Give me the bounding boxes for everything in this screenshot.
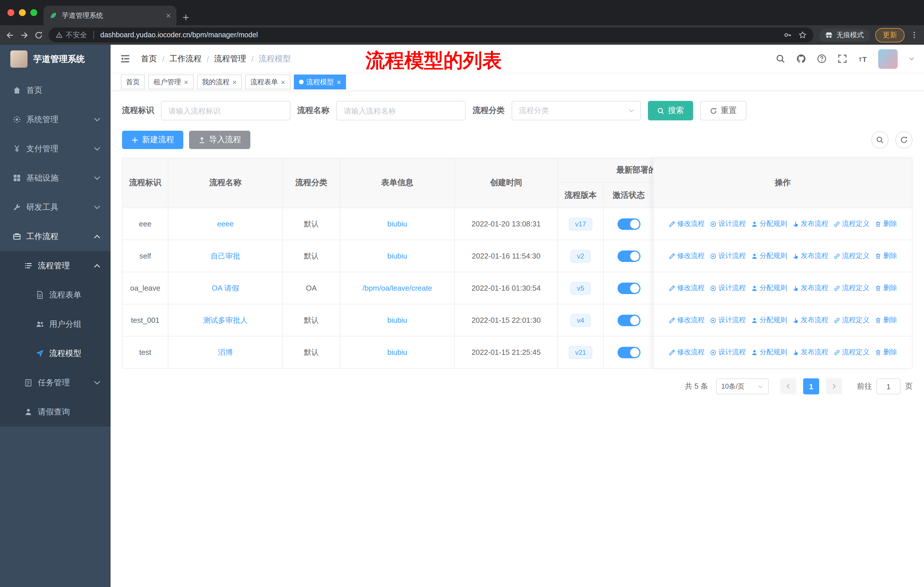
tag-close-icon[interactable]: × [232, 78, 237, 86]
process-category-select[interactable]: 流程分类 [512, 101, 641, 121]
sidebar-item[interactable]: 系统管理 [0, 105, 111, 134]
action-assign-button[interactable]: 分配规则 [751, 283, 787, 293]
sidebar-item[interactable]: 研发工具 [0, 193, 111, 222]
search-button[interactable]: 搜索 [648, 101, 693, 121]
action-link-button[interactable]: 流程定义 [833, 251, 870, 261]
action-design-button[interactable]: 设计流程 [710, 283, 746, 293]
action-delete-button[interactable]: 删除 [875, 315, 897, 325]
action-link-button[interactable]: 流程定义 [833, 283, 870, 293]
tab-tag[interactable]: 流程表单× [245, 74, 290, 89]
process-name-input[interactable] [336, 101, 466, 121]
process-key-input[interactable] [161, 101, 290, 121]
action-edit-button[interactable]: 修改流程 [668, 315, 705, 325]
bookmark-star-icon[interactable] [799, 31, 807, 39]
reload-icon[interactable] [35, 31, 43, 39]
action-link-button[interactable]: 流程定义 [833, 315, 870, 325]
active-toggle[interactable] [617, 218, 640, 230]
action-delete-button[interactable]: 删除 [875, 219, 897, 229]
action-design-button[interactable]: 设计流程 [710, 347, 746, 357]
active-toggle[interactable] [617, 250, 640, 262]
prev-page-button[interactable] [780, 378, 796, 394]
sidebar-item[interactable]: 支付管理 [0, 134, 111, 164]
user-avatar[interactable] [878, 49, 898, 68]
action-publish-button[interactable]: 发布流程 [792, 219, 828, 229]
form-info-link[interactable]: biubiu [387, 251, 407, 260]
browser-menu-icon[interactable] [910, 31, 918, 39]
new-tab-button[interactable] [182, 14, 190, 21]
action-design-button[interactable]: 设计流程 [710, 315, 746, 325]
security-status[interactable]: 不安全 [56, 30, 87, 40]
sidebar-item[interactable]: 基础设施 [0, 164, 111, 193]
refresh-table-button[interactable] [895, 131, 912, 149]
sidebar-item[interactable]: 流程表单 [0, 280, 111, 309]
process-name-link[interactable]: 自己审批 [211, 251, 240, 261]
window-minimize-button[interactable] [19, 9, 26, 16]
active-toggle[interactable] [617, 347, 640, 358]
process-name-link[interactable]: OA 请假 [212, 283, 239, 293]
action-edit-button[interactable]: 修改流程 [668, 347, 705, 357]
github-icon[interactable] [796, 54, 806, 64]
form-info-link[interactable]: biubiu [387, 220, 407, 228]
active-toggle[interactable] [617, 314, 640, 326]
help-icon[interactable] [817, 54, 827, 64]
back-icon[interactable] [6, 31, 14, 39]
current-page-button[interactable]: 1 [803, 378, 819, 394]
action-publish-button[interactable]: 发布流程 [792, 347, 828, 357]
sidebar-item[interactable]: 工作流程 [0, 222, 111, 251]
toggle-search-button[interactable] [871, 131, 888, 149]
action-publish-button[interactable]: 发布流程 [792, 283, 828, 293]
action-publish-button[interactable]: 发布流程 [792, 251, 828, 261]
font-size-icon[interactable]: TT [858, 54, 867, 63]
hamburger-icon[interactable] [120, 53, 130, 64]
key-icon[interactable] [784, 31, 792, 39]
process-name-link[interactable]: 滔博 [218, 347, 233, 357]
import-process-button[interactable]: 导入流程 [189, 131, 250, 149]
update-button[interactable]: 更新 [875, 28, 904, 42]
action-assign-button[interactable]: 分配规则 [751, 347, 787, 357]
create-process-button[interactable]: 新建流程 [122, 131, 183, 149]
action-design-button[interactable]: 设计流程 [710, 219, 746, 229]
fullscreen-icon[interactable] [838, 54, 847, 64]
form-info-link[interactable]: biubiu [387, 348, 407, 357]
action-delete-button[interactable]: 删除 [875, 251, 897, 261]
action-assign-button[interactable]: 分配规则 [751, 219, 787, 229]
page-size-select[interactable]: 10条/页 [716, 378, 769, 394]
goto-page-input[interactable] [876, 378, 901, 394]
forward-icon[interactable] [20, 31, 29, 39]
app-logo[interactable]: 芋道管理系统 [0, 45, 111, 73]
tab-tag[interactable]: 流程模型× [294, 74, 346, 89]
breadcrumb-item[interactable]: 工作流程 [170, 54, 201, 64]
action-delete-button[interactable]: 删除 [875, 347, 897, 357]
process-name-link[interactable]: eeee [217, 220, 234, 228]
tag-close-icon[interactable]: × [337, 78, 341, 86]
sidebar-item[interactable]: 用户分组 [0, 309, 111, 339]
next-page-button[interactable] [826, 378, 842, 394]
action-edit-button[interactable]: 修改流程 [668, 283, 705, 293]
tag-close-icon[interactable]: × [281, 78, 285, 86]
tab-tag[interactable]: 租户管理× [148, 74, 193, 89]
address-bar[interactable]: 不安全 dashboard.yudao.iocoder.cn/bpm/manag… [49, 28, 813, 42]
action-edit-button[interactable]: 修改流程 [668, 219, 705, 229]
action-link-button[interactable]: 流程定义 [833, 219, 870, 229]
tag-close-icon[interactable]: × [184, 78, 188, 86]
sidebar-item[interactable]: 流程模型 [0, 339, 111, 368]
action-publish-button[interactable]: 发布流程 [792, 315, 828, 325]
action-assign-button[interactable]: 分配规则 [751, 251, 787, 261]
window-close-button[interactable] [7, 9, 14, 16]
action-link-button[interactable]: 流程定义 [833, 347, 870, 357]
sidebar-item[interactable]: 任务管理 [0, 368, 111, 397]
sidebar-item[interactable]: 流程管理 [0, 251, 111, 280]
browser-tab[interactable]: 芋道管理系统 × [43, 6, 177, 25]
action-assign-button[interactable]: 分配规则 [751, 315, 787, 325]
action-edit-button[interactable]: 修改流程 [668, 251, 705, 261]
tab-tag[interactable]: 我的流程× [197, 74, 242, 89]
breadcrumb-item[interactable]: 首页 [141, 54, 157, 64]
form-info-link[interactable]: biubiu [387, 316, 407, 324]
process-name-link[interactable]: 测试多审批人 [203, 315, 248, 325]
breadcrumb-item[interactable]: 流程管理 [214, 54, 246, 64]
tab-tag[interactable]: 首页 [121, 74, 145, 89]
action-design-button[interactable]: 设计流程 [710, 251, 746, 261]
form-info-link[interactable]: /bpm/oa/leave/create [363, 284, 432, 293]
reset-button[interactable]: 重置 [700, 101, 746, 121]
action-delete-button[interactable]: 删除 [875, 283, 897, 293]
